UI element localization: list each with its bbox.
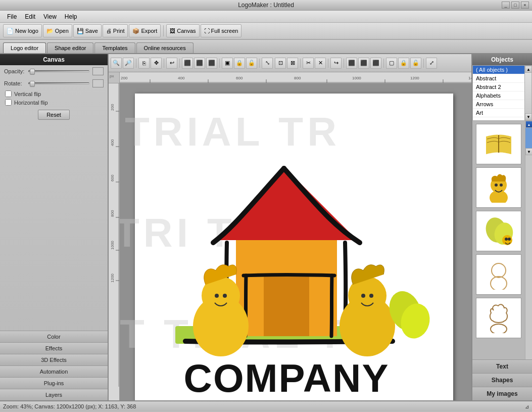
main-area: Canvas Opacity: Rotate: Vertical flip Ho…: [0, 54, 532, 400]
svg-text:1200: 1200: [110, 273, 115, 283]
svg-text:200: 200: [121, 76, 128, 80]
lock-button[interactable]: 🔒: [234, 58, 245, 69]
scroll-track: [525, 73, 531, 113]
align-bc-button[interactable]: ⬛: [358, 58, 369, 69]
ungroup-button[interactable]: ▢: [386, 58, 397, 69]
align-tc-button[interactable]: ⬛: [194, 58, 205, 69]
align-bl-button[interactable]: ⬛: [346, 58, 357, 69]
thumb-scroll-down[interactable]: ▼: [525, 148, 532, 155]
zoom-1-button[interactable]: ⊠: [287, 58, 298, 69]
svg-point-37: [215, 294, 219, 298]
close-button[interactable]: ×: [521, 2, 529, 9]
svg-point-42: [369, 294, 373, 298]
obj-arrows[interactable]: Arrows: [473, 100, 531, 109]
zoom-fit-button[interactable]: ⊡: [275, 58, 286, 69]
copy-button[interactable]: ⎘: [138, 58, 150, 69]
redo-button[interactable]: ↪: [330, 58, 342, 69]
zoom-in-button[interactable]: 🔍: [111, 58, 122, 69]
thumb-book[interactable]: [476, 124, 521, 164]
tab-shape-editor[interactable]: Shape editor: [47, 42, 93, 53]
zoom-out-button[interactable]: 🔎: [123, 58, 134, 69]
3d-effects-nav-button[interactable]: 3D Effects: [0, 354, 108, 365]
transform-button[interactable]: ⤡: [262, 58, 273, 69]
tab-logo-editor[interactable]: Logo editor: [3, 42, 46, 53]
canvas-with-rulers: px 200 400 600 800: [109, 72, 471, 400]
svg-point-50: [500, 184, 503, 187]
automation-nav-button[interactable]: Automation: [0, 365, 108, 377]
rotate-label: Rotate:: [4, 80, 25, 86]
thumb-scroll-up[interactable]: ▲: [525, 121, 532, 128]
rotate-row: Rotate:: [0, 77, 108, 89]
lock2-button[interactable]: 🔓: [246, 58, 257, 69]
plugins-nav-button[interactable]: Plug-ins: [0, 377, 108, 389]
right-panel: Objects ▲ ▼ ( All objects ) Abstract Abs…: [471, 54, 532, 400]
minimize-button[interactable]: _: [502, 2, 510, 9]
align-br-button[interactable]: ⬛: [370, 58, 381, 69]
tab-templates[interactable]: Templates: [94, 42, 135, 53]
horizontal-flip-checkbox[interactable]: [5, 99, 12, 106]
group-button[interactable]: ▣: [222, 58, 233, 69]
svg-point-58: [491, 324, 507, 333]
export-button[interactable]: 📦 Export: [129, 24, 161, 37]
print-button[interactable]: 🖨 Print: [103, 24, 128, 37]
obj-abstract[interactable]: Abstract: [473, 74, 531, 83]
obj-alphabets[interactable]: Alphabets: [473, 91, 531, 100]
move-button[interactable]: ✥: [151, 58, 162, 69]
scroll-up-button[interactable]: ▲: [525, 66, 532, 73]
svg-text:200: 200: [110, 104, 115, 111]
thumb-person-sketch[interactable]: [476, 298, 521, 338]
color-nav-button[interactable]: Color: [0, 331, 108, 342]
canvas-viewport[interactable]: TRIAL TR T TRIAL TR TRI TR: [120, 83, 471, 400]
obj-art[interactable]: Art: [473, 109, 531, 117]
export-icon: 📦: [132, 28, 139, 34]
save-button[interactable]: 💾 Save: [73, 24, 102, 37]
menu-file[interactable]: File: [3, 12, 21, 21]
thumb-scroll-handle: [525, 128, 532, 148]
menu-edit[interactable]: Edit: [21, 12, 39, 21]
resize-handle[interactable]: ⊿: [525, 404, 529, 409]
vertical-ruler: 200 400 600 800 1000 1200: [109, 83, 120, 400]
objects-header: Objects: [472, 54, 532, 65]
thumb-person-outline[interactable]: [476, 254, 521, 295]
shapes-tab-button[interactable]: Shapes: [472, 373, 532, 387]
thumbs-scrollbar: ▲ ▼: [525, 121, 532, 359]
thumb-plant-svg: [481, 216, 516, 246]
my-images-tab-button[interactable]: My images: [472, 387, 532, 400]
svg-rect-16: [109, 83, 120, 387]
lock4-button[interactable]: 🔓: [410, 58, 421, 69]
lock3-button[interactable]: 🔒: [398, 58, 409, 69]
horizontal-flip-row: Horizontal flip: [0, 98, 108, 107]
tab-online-resources[interactable]: Online resources: [136, 42, 194, 53]
reset-button[interactable]: Reset: [38, 110, 70, 120]
obj-abstract2[interactable]: Abstract 2: [473, 83, 531, 91]
rotate-slider[interactable]: [28, 82, 89, 84]
menu-view[interactable]: View: [39, 12, 61, 21]
delete-button[interactable]: ✕: [315, 58, 326, 69]
transform2-button[interactable]: ⤢: [426, 58, 437, 69]
canvas-button[interactable]: 🖼 Canvas: [166, 24, 199, 37]
icon-sep-4: [219, 59, 220, 68]
scroll-down-button[interactable]: ▼: [525, 113, 532, 120]
layers-nav-button[interactable]: Layers: [0, 389, 108, 400]
thumb-person1[interactable]: [476, 167, 521, 208]
opacity-slider[interactable]: [28, 70, 89, 72]
new-logo-button[interactable]: 📄 New logo: [3, 24, 42, 37]
effects-nav-button[interactable]: Effects: [0, 342, 108, 354]
vertical-flip-row: Vertical flip: [0, 89, 108, 98]
title-bar: LogoMaker : Untitled _ □ ×: [0, 0, 532, 11]
vertical-flip-checkbox[interactable]: [5, 90, 12, 97]
fullscreen-button[interactable]: ⛶ Full screen: [201, 24, 242, 37]
maximize-button[interactable]: □: [511, 2, 519, 9]
menu-help[interactable]: Help: [61, 12, 81, 21]
open-button[interactable]: 📂 Open: [43, 24, 72, 37]
rotate-swatch: [92, 79, 104, 87]
horizontal-ruler: 200 400 600 800 1000 1200: [120, 72, 471, 83]
text-tab-button[interactable]: Text: [472, 359, 532, 373]
undo-button[interactable]: ↩: [166, 58, 177, 69]
cut-button[interactable]: ✂: [303, 58, 314, 69]
align-tl-button[interactable]: ⬛: [182, 58, 193, 69]
align-tr-button[interactable]: ⬛: [206, 58, 217, 69]
svg-text:1000: 1000: [110, 241, 115, 250]
obj-all-objects[interactable]: ( All objects ): [473, 66, 531, 74]
thumb-plant[interactable]: [476, 211, 521, 251]
